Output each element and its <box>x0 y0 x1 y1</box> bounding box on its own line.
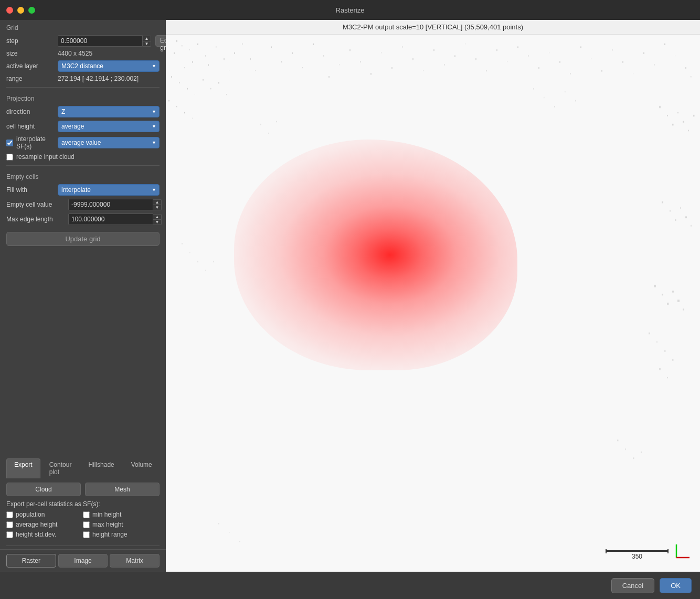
svg-rect-71 <box>667 115 668 116</box>
height-std-dev-checkbox[interactable] <box>6 531 13 538</box>
min-height-row: min height <box>83 511 160 518</box>
empty-cell-value-row: Empty cell value ▲ ▼ <box>0 197 166 212</box>
resample-checkbox[interactable] <box>6 154 13 161</box>
svg-rect-2 <box>174 52 175 54</box>
viewport-title: M3C2-PM output scale=10 [VERTICAL] (35,5… <box>166 20 700 35</box>
projection-section-label: Projection <box>0 91 166 104</box>
maximize-button[interactable] <box>28 7 35 14</box>
cloud-button[interactable]: Cloud <box>6 483 81 496</box>
svg-rect-56 <box>559 61 560 62</box>
svg-rect-12 <box>171 76 172 77</box>
svg-rect-61 <box>612 49 613 50</box>
svg-rect-69 <box>691 76 692 77</box>
svg-rect-103 <box>189 252 190 253</box>
svg-rect-7 <box>184 67 185 68</box>
mesh-button[interactable]: Mesh <box>85 483 160 496</box>
viewport-canvas[interactable]: 350 <box>166 35 700 571</box>
grid-section-label: Grid <box>0 20 166 34</box>
population-label: population <box>16 511 45 518</box>
empty-cell-up-button[interactable]: ▲ <box>153 199 162 205</box>
cell-height-row: cell height average ▼ <box>0 119 166 134</box>
svg-rect-97 <box>633 457 634 459</box>
max-height-checkbox[interactable] <box>83 521 90 528</box>
svg-rect-8 <box>208 65 209 66</box>
max-edge-down-button[interactable]: ▼ <box>153 219 162 225</box>
svg-rect-38 <box>370 73 372 74</box>
max-height-row: max height <box>83 521 160 528</box>
svg-rect-79 <box>675 219 676 221</box>
step-down-button[interactable]: ▼ <box>143 41 151 47</box>
step-input[interactable] <box>58 35 143 47</box>
empty-cell-stepper[interactable]: ▲ ▼ <box>153 199 162 210</box>
step-input-group: ▲ ▼ <box>58 35 151 47</box>
min-height-checkbox[interactable] <box>83 511 90 518</box>
tab-contour-plot[interactable]: Contour plot <box>41 458 80 478</box>
svg-rect-18 <box>218 82 219 83</box>
svg-rect-46 <box>454 56 455 57</box>
image-button[interactable]: Image <box>58 554 108 568</box>
svg-rect-4 <box>197 44 198 45</box>
fill-with-label: Fill with <box>6 186 54 194</box>
cancel-button[interactable]: Cancel <box>611 578 654 593</box>
direction-label: direction <box>6 108 54 115</box>
svg-rect-22 <box>250 58 251 59</box>
spacer <box>0 251 166 455</box>
close-button[interactable] <box>6 7 13 14</box>
interpolate-checkbox-group: interpolate SF(s) <box>6 135 54 150</box>
left-panel: Grid step ▲ ▼ Edit grid size 4400 x 4525… <box>0 20 166 572</box>
svg-rect-40 <box>391 67 393 68</box>
svg-rect-81 <box>685 216 687 218</box>
interpolate-checkbox[interactable] <box>6 140 13 146</box>
svg-rect-112 <box>260 124 261 125</box>
active-layer-select[interactable]: M3C2 distance <box>58 60 160 72</box>
export-tab-content: Cloud Mesh Export per-cell statistics as… <box>0 478 166 542</box>
average-height-checkbox[interactable] <box>6 521 13 528</box>
update-grid-button[interactable]: Update grid <box>6 232 160 246</box>
edit-grid-button[interactable]: Edit grid <box>155 35 166 47</box>
step-up-button[interactable]: ▲ <box>143 36 151 41</box>
svg-rect-111 <box>575 100 576 101</box>
ok-button[interactable]: OK <box>660 578 692 593</box>
empty-cell-value-input[interactable] <box>68 199 153 210</box>
step-stepper[interactable]: ▲ ▼ <box>143 36 151 47</box>
max-edge-stepper[interactable]: ▲ ▼ <box>153 214 162 225</box>
max-edge-up-button[interactable]: ▲ <box>153 214 162 220</box>
svg-rect-102 <box>182 243 183 244</box>
svg-rect-3 <box>189 49 190 50</box>
svg-rect-105 <box>205 270 206 271</box>
svg-rect-64 <box>643 52 644 54</box>
minimize-button[interactable] <box>17 7 24 14</box>
average-height-label: average height <box>16 521 57 528</box>
active-layer-label: active layer <box>6 62 54 70</box>
svg-rect-30 <box>292 52 293 54</box>
svg-rect-73 <box>677 112 678 113</box>
max-height-label: max height <box>92 521 123 528</box>
tab-volume[interactable]: Volume <box>123 458 160 478</box>
max-edge-input[interactable] <box>68 213 153 225</box>
direction-select[interactable]: Z <box>58 106 160 117</box>
empty-cell-value-group: ▲ ▼ <box>68 199 162 210</box>
raster-button[interactable]: Raster <box>6 554 56 568</box>
height-std-dev-row: height std.dev. <box>6 531 83 538</box>
cell-height-select[interactable]: average <box>58 121 160 132</box>
empty-cell-down-button[interactable]: ▼ <box>153 205 162 210</box>
svg-rect-16 <box>203 79 204 80</box>
height-range-row: height range <box>83 531 160 538</box>
matrix-button[interactable]: Matrix <box>110 554 160 568</box>
separator-3 <box>6 545 160 546</box>
min-height-label: min height <box>92 511 121 518</box>
height-range-checkbox[interactable] <box>83 531 90 538</box>
svg-rect-89 <box>649 333 650 334</box>
tab-hillshade[interactable]: Hillshade <box>80 458 122 478</box>
svg-rect-26 <box>184 112 185 113</box>
stats-checkboxes: population min height average height max… <box>6 511 160 538</box>
active-layer-row: active layer M3C2 distance ▼ <box>0 59 166 73</box>
svg-rect-109 <box>554 106 555 107</box>
svg-rect-91 <box>664 350 666 352</box>
fill-with-select[interactable]: interpolate <box>58 184 160 196</box>
tab-export[interactable]: Export <box>6 458 40 478</box>
separator-1 <box>6 87 160 88</box>
interpolate-label: interpolate SF(s) <box>16 135 54 150</box>
interpolate-select[interactable]: average value <box>58 137 160 148</box>
population-checkbox[interactable] <box>6 511 13 518</box>
